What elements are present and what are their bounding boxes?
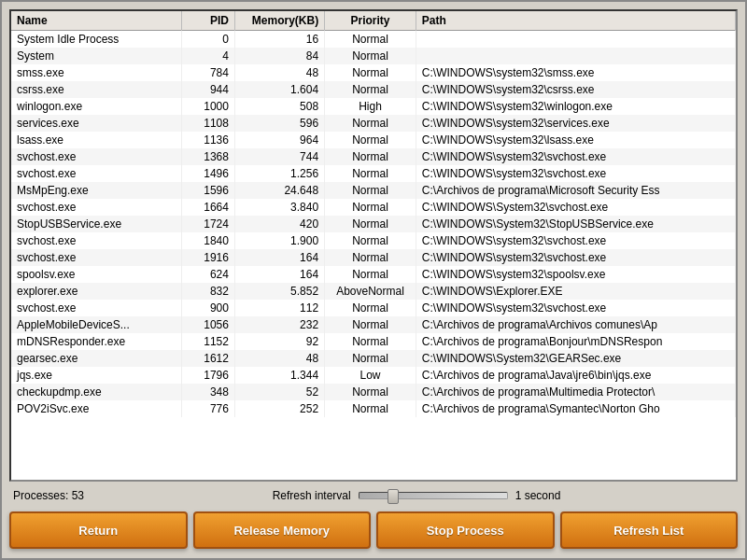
cell-pid: 0 (181, 31, 234, 49)
cell-path: C:\WINDOWS\system32\csrss.exe (416, 81, 735, 98)
table-row[interactable]: explorer.exe 832 5.852 AboveNormal C:\WI… (11, 283, 736, 300)
cell-priority: Normal (325, 384, 416, 400)
table-row[interactable]: lsass.exe 1136 964 Normal C:\WINDOWS\sys… (11, 132, 736, 148)
cell-priority: Normal (325, 316, 416, 333)
main-window: Name PID Memory(KB) Priority Path System… (0, 0, 747, 560)
cell-priority: Normal (325, 216, 416, 232)
release-memory-button[interactable]: Release Memory (193, 511, 372, 549)
table-row[interactable]: services.exe 1108 596 Normal C:\WINDOWS\… (11, 115, 736, 132)
cell-memory: 1.604 (234, 81, 324, 98)
cell-pid: 944 (181, 81, 234, 98)
cell-name: smss.exe (11, 64, 181, 81)
cell-priority: Normal (325, 249, 416, 266)
cell-priority: Normal (325, 64, 416, 81)
cell-pid: 900 (181, 300, 234, 316)
cell-pid: 776 (181, 400, 234, 417)
table-row[interactable]: mDNSResponder.exe 1152 92 Normal C:\Arch… (11, 333, 736, 350)
cell-priority: Normal (325, 132, 416, 148)
cell-pid: 1496 (181, 165, 234, 182)
table-row[interactable]: svchost.exe 1916 164 Normal C:\WINDOWS\s… (11, 249, 736, 266)
cell-memory: 232 (234, 316, 324, 333)
cell-path: C:\WINDOWS\system32\smss.exe (416, 64, 735, 81)
table-row[interactable]: svchost.exe 1664 3.840 Normal C:\WINDOWS… (11, 199, 736, 216)
cell-name: winlogon.exe (11, 98, 181, 115)
table-row[interactable]: System Idle Process 0 16 Normal (11, 31, 736, 49)
cell-path: C:\Archivos de programa\Symantec\Norton … (416, 400, 735, 417)
cell-pid: 1916 (181, 249, 234, 266)
refresh-list-button[interactable]: Refresh List (560, 511, 739, 549)
cell-name: svchost.exe (11, 199, 181, 216)
cell-pid: 784 (181, 64, 234, 81)
refresh-interval-label: Refresh interval (273, 489, 351, 502)
table-row[interactable]: POV2iSvc.exe 776 252 Normal C:\Archivos … (11, 400, 736, 417)
cell-memory: 92 (234, 333, 324, 350)
cell-pid: 832 (181, 283, 234, 300)
cell-name: lsass.exe (11, 132, 181, 148)
table-row[interactable]: AppleMobileDeviceS... 1056 232 Normal C:… (11, 316, 736, 333)
col-header-name: Name (11, 11, 181, 31)
cell-pid: 1840 (181, 232, 234, 249)
cell-name: mDNSResponder.exe (11, 333, 181, 350)
table-row[interactable]: gearsec.exe 1612 48 Normal C:\WINDOWS\Sy… (11, 350, 736, 367)
cell-memory: 1.256 (234, 165, 324, 182)
cell-pid: 348 (181, 384, 234, 400)
table-row[interactable]: smss.exe 784 48 Normal C:\WINDOWS\system… (11, 64, 736, 81)
cell-name: svchost.exe (11, 232, 181, 249)
cell-name: svchost.exe (11, 249, 181, 266)
table-row[interactable]: csrss.exe 944 1.604 Normal C:\WINDOWS\sy… (11, 81, 736, 98)
table-row[interactable]: jqs.exe 1796 1.344 Low C:\Archivos de pr… (11, 367, 736, 384)
table-row[interactable]: System 4 84 Normal (11, 48, 736, 64)
cell-pid: 1136 (181, 132, 234, 148)
cell-path: C:\Archivos de programa\Java\jre6\bin\jq… (416, 367, 735, 384)
cell-path: C:\WINDOWS\system32\services.exe (416, 115, 735, 132)
process-table-container[interactable]: Name PID Memory(KB) Priority Path System… (9, 9, 738, 482)
cell-priority: Normal (325, 300, 416, 316)
cell-name: AppleMobileDeviceS... (11, 316, 181, 333)
cell-memory: 24.648 (234, 182, 324, 199)
cell-memory: 964 (234, 132, 324, 148)
cell-name: svchost.exe (11, 165, 181, 182)
cell-path: C:\WINDOWS\system32\svchost.exe (416, 232, 735, 249)
return-button[interactable]: Return (9, 511, 188, 549)
cell-name: svchost.exe (11, 300, 181, 316)
cell-path: C:\Archivos de programa\Bonjour\mDNSResp… (416, 333, 735, 350)
table-row[interactable]: svchost.exe 1496 1.256 Normal C:\WINDOWS… (11, 165, 736, 182)
cell-memory: 52 (234, 384, 324, 400)
slider-thumb[interactable] (388, 489, 399, 504)
col-header-pid: PID (181, 11, 234, 31)
refresh-interval-control: Refresh interval 1 second (99, 489, 734, 502)
cell-path: C:\WINDOWS\system32\lsass.exe (416, 132, 735, 148)
table-row[interactable]: StopUSBService.exe 1724 420 Normal C:\WI… (11, 216, 736, 232)
table-row[interactable]: svchost.exe 900 112 Normal C:\WINDOWS\sy… (11, 300, 736, 316)
table-row[interactable]: spoolsv.exe 624 164 Normal C:\WINDOWS\sy… (11, 266, 736, 283)
cell-path: C:\Archivos de programa\Multimedia Prote… (416, 384, 735, 400)
cell-pid: 1596 (181, 182, 234, 199)
cell-memory: 16 (234, 31, 324, 49)
cell-memory: 596 (234, 115, 324, 132)
table-row[interactable]: checkupdmp.exe 348 52 Normal C:\Archivos… (11, 384, 736, 400)
cell-priority: AboveNormal (325, 283, 416, 300)
cell-priority: Normal (325, 165, 416, 182)
cell-pid: 624 (181, 266, 234, 283)
cell-name: services.exe (11, 115, 181, 132)
cell-priority: Normal (325, 232, 416, 249)
cell-path: C:\WINDOWS\System32\svchost.exe (416, 199, 735, 216)
table-row[interactable]: winlogon.exe 1000 508 High C:\WINDOWS\sy… (11, 98, 736, 115)
table-row[interactable]: svchost.exe 1840 1.900 Normal C:\WINDOWS… (11, 232, 736, 249)
col-header-memory: Memory(KB) (234, 11, 324, 31)
cell-memory: 1.900 (234, 232, 324, 249)
table-row[interactable]: MsMpEng.exe 1596 24.648 Normal C:\Archiv… (11, 182, 736, 199)
table-row[interactable]: svchost.exe 1368 744 Normal C:\WINDOWS\s… (11, 148, 736, 165)
cell-pid: 1108 (181, 115, 234, 132)
refresh-slider[interactable] (359, 492, 508, 499)
cell-path: C:\WINDOWS\System32\GEARSec.exe (416, 350, 735, 367)
cell-path: C:\WINDOWS\system32\winlogon.exe (416, 98, 735, 115)
cell-name: MsMpEng.exe (11, 182, 181, 199)
cell-name: StopUSBService.exe (11, 216, 181, 232)
cell-path (416, 31, 735, 49)
cell-path: C:\WINDOWS\system32\svchost.exe (416, 148, 735, 165)
cell-priority: High (325, 98, 416, 115)
cell-pid: 1152 (181, 333, 234, 350)
cell-memory: 164 (234, 249, 324, 266)
stop-process-button[interactable]: Stop Process (376, 511, 555, 549)
